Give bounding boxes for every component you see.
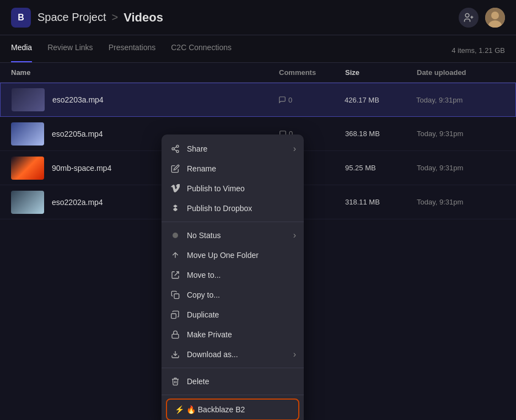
menu-item-copy-to[interactable]: Copy to... xyxy=(162,285,304,305)
col-header-name: Name xyxy=(11,68,279,77)
menu-label: Duplicate xyxy=(187,310,219,319)
table-row[interactable]: eso2203a.mp4 0 426.17 MB Today, 9:31pm xyxy=(0,83,516,117)
rename-icon xyxy=(170,164,180,174)
menu-label: Download as... xyxy=(187,350,238,359)
context-menu: Share Rename Publish to Vimeo Publish to… xyxy=(162,134,304,420)
file-comments: 0 xyxy=(278,96,345,104)
breadcrumb-separator: > xyxy=(112,11,119,24)
menu-separator xyxy=(162,395,304,395)
header-right xyxy=(459,8,505,28)
menu-label: Delete xyxy=(187,377,209,386)
file-thumbnail xyxy=(11,122,44,146)
header-left: B Space Project > Videos xyxy=(11,8,163,28)
lock-icon xyxy=(170,330,180,340)
file-date: Today, 9:31pm xyxy=(417,130,505,138)
dropbox-icon xyxy=(170,203,180,213)
download-icon xyxy=(170,349,180,359)
menu-item-download-as[interactable]: Download as... xyxy=(162,344,304,364)
menu-label: Rename xyxy=(187,164,216,173)
move-up-icon xyxy=(170,250,180,260)
move-to-icon xyxy=(170,270,180,280)
menu-item-move-to[interactable]: Move to... xyxy=(162,265,304,285)
menu-label: Publish to Vimeo xyxy=(187,184,245,193)
menu-item-share[interactable]: Share xyxy=(162,139,304,159)
file-name: eso2202a.mp4 xyxy=(52,198,103,207)
file-date: Today, 9:31pm xyxy=(417,164,505,172)
file-date: Today, 9:31pm xyxy=(417,198,505,206)
file-size: 426.17 MB xyxy=(345,96,416,104)
menu-separator xyxy=(162,368,304,368)
file-name: eso2203a.mp4 xyxy=(52,95,104,104)
share-icon xyxy=(170,144,180,154)
tabs-left: Media Review Links Presentations C2C Con… xyxy=(11,35,232,62)
file-name-col: eso2203a.mp4 xyxy=(12,88,278,111)
menu-item-delete[interactable]: Delete xyxy=(162,371,304,391)
menu-label: Make Private xyxy=(187,330,232,339)
svg-point-0 xyxy=(465,13,469,17)
svg-rect-13 xyxy=(171,314,176,319)
menu-item-publish-dropbox[interactable]: Publish to Dropbox xyxy=(162,198,304,218)
menu-label: Share xyxy=(187,144,207,153)
file-name: eso2205a.mp4 xyxy=(52,130,103,138)
menu-item-no-status[interactable]: No Status xyxy=(162,225,304,245)
menu-item-duplicate[interactable]: Duplicate xyxy=(162,305,304,325)
file-size: 95.25 MB xyxy=(345,164,417,172)
table-header: Name Comments Size Date uploaded xyxy=(0,63,516,83)
status-circle-icon xyxy=(170,230,180,240)
copy-to-icon xyxy=(170,290,180,300)
user-avatar[interactable] xyxy=(485,8,505,28)
svg-line-9 xyxy=(174,149,177,151)
menu-label: Publish to Dropbox xyxy=(187,204,252,213)
duplicate-icon xyxy=(170,310,180,320)
menu-item-move-up[interactable]: Move Up One Folder xyxy=(162,245,304,265)
file-size: 318.11 MB xyxy=(345,198,417,206)
col-header-date: Date uploaded xyxy=(417,68,505,77)
main-content: Name Comments Size Date uploaded eso2203… xyxy=(0,63,516,420)
header: B Space Project > Videos xyxy=(0,0,516,35)
svg-point-4 xyxy=(491,12,499,19)
menu-item-publish-vimeo[interactable]: Publish to Vimeo xyxy=(162,179,304,198)
tab-c2c-connections[interactable]: C2C Connections xyxy=(171,35,232,62)
file-thumbnail xyxy=(12,88,45,111)
breadcrumb: Space Project > Videos xyxy=(37,10,163,25)
file-thumbnail xyxy=(11,191,44,214)
menu-label: ⚡ 🔥 Backblaze B2 xyxy=(175,405,245,414)
menu-item-rename[interactable]: Rename xyxy=(162,159,304,179)
svg-line-10 xyxy=(174,147,177,148)
menu-label: No Status xyxy=(187,231,221,240)
breadcrumb-current: Videos xyxy=(123,10,163,25)
tab-media[interactable]: Media xyxy=(11,35,32,62)
file-size: 368.18 MB xyxy=(345,130,417,138)
menu-label: Copy to... xyxy=(187,290,220,299)
col-header-size: Size xyxy=(345,68,417,77)
svg-point-8 xyxy=(176,150,179,153)
vimeo-icon xyxy=(170,184,180,193)
menu-item-backblaze[interactable]: ⚡ 🔥 Backblaze B2 xyxy=(166,399,299,420)
tabs-bar: Media Review Links Presentations C2C Con… xyxy=(0,35,516,63)
svg-rect-14 xyxy=(172,334,179,338)
menu-label: Move to... xyxy=(187,271,221,279)
menu-label: Move Up One Folder xyxy=(187,251,259,260)
file-thumbnail xyxy=(11,157,44,180)
items-count: 4 items, 1.21 GB xyxy=(452,46,505,62)
tab-presentations[interactable]: Presentations xyxy=(109,35,156,62)
trash-icon xyxy=(170,376,180,386)
tab-review-links[interactable]: Review Links xyxy=(47,35,93,62)
col-header-comments: Comments xyxy=(279,68,345,77)
file-date: Today, 9:31pm xyxy=(416,96,504,104)
menu-separator xyxy=(162,222,304,222)
svg-point-7 xyxy=(172,148,174,150)
svg-rect-12 xyxy=(174,294,179,299)
svg-point-6 xyxy=(176,145,179,147)
file-name: 90mb-space.mp4 xyxy=(52,164,111,173)
brand-badge: B xyxy=(11,8,31,28)
breadcrumb-project: Space Project xyxy=(37,11,106,24)
invite-button[interactable] xyxy=(459,8,479,28)
menu-item-make-private[interactable]: Make Private xyxy=(162,325,304,344)
